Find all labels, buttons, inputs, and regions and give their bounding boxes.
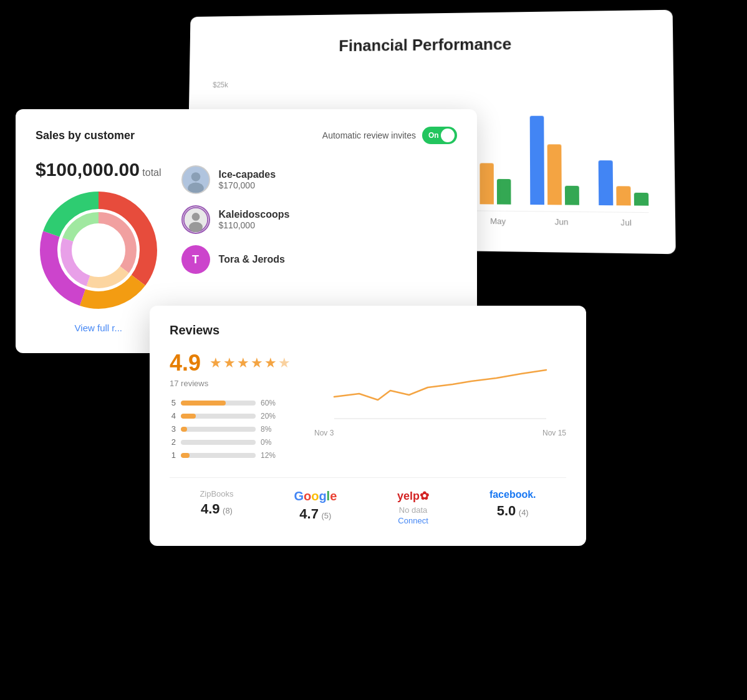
platform-zipbooks: ZipBooks 4.9 (8): [200, 489, 233, 517]
reviews-count: 17 reviews: [170, 379, 294, 388]
customer-name-1: Ice-capades: [219, 169, 276, 180]
total-display: $100,000.00 total: [36, 159, 161, 180]
bar-num-4: 4: [170, 411, 176, 420]
platform-facebook: facebook. 5.0 (4): [489, 489, 536, 519]
sales-card-header: Sales by customer Automatic review invit…: [36, 127, 457, 144]
star-6: ★: [278, 355, 291, 371]
zipbooks-rating: 4.9: [201, 501, 220, 517]
google-rating-row: 4.7 (5): [294, 506, 337, 522]
donut-chart: [36, 188, 161, 313]
auto-review-label: Automatic review invites: [322, 130, 416, 140]
google-count: (5): [321, 511, 331, 520]
total-sub: total: [142, 167, 161, 178]
bar-track-4: [181, 414, 256, 419]
avatar-image-2: [183, 205, 209, 234]
svg-point-14: [191, 213, 200, 221]
customer-name-2: Kaleidoscoops: [219, 209, 290, 220]
customer-item-1: Ice-capades $170,000: [181, 165, 457, 194]
facebook-rating: 5.0: [497, 503, 516, 518]
bar-pct-2: 0%: [261, 438, 278, 447]
zipbooks-rating-row: 4.9 (8): [200, 501, 233, 517]
yelp-logo: yelp✿: [397, 489, 429, 503]
bar-orange-jul: [616, 186, 630, 205]
bar-group-jul: [599, 160, 649, 206]
bar-row-3: 3 8%: [170, 424, 294, 434]
label-may: May: [476, 216, 520, 226]
bar-track-2: [181, 440, 256, 445]
reviews-card: Reviews 4.9 ★ ★ ★ ★ ★ ★ 17 reviews 5 60%: [150, 306, 586, 546]
customer-amount-2: $110,000: [219, 220, 290, 230]
facebook-logo: facebook.: [489, 489, 536, 500]
bar-group-jun: [530, 116, 579, 205]
toggle-label: On: [428, 131, 439, 140]
bar-track-3: [181, 427, 256, 432]
auto-review-toggle-container: Automatic review invites On: [322, 127, 457, 144]
bar-pct-4: 20%: [261, 412, 278, 420]
bar-orange-may: [480, 163, 493, 204]
zipbooks-count: (8): [223, 506, 233, 515]
bar-row-4: 4 20%: [170, 411, 294, 420]
trend-date-end: Nov 15: [542, 429, 566, 437]
avatar-kaleidoscoops: [181, 205, 210, 234]
star-5: ★: [264, 355, 277, 371]
auto-review-toggle[interactable]: On: [422, 127, 457, 144]
yelp-text: yelp: [397, 490, 420, 502]
bar-num-3: 3: [170, 424, 176, 434]
reviews-content: 4.9 ★ ★ ★ ★ ★ ★ 17 reviews 5 60% 4 20: [170, 350, 566, 464]
sales-title: Sales by customer: [36, 129, 135, 142]
total-amount: $100,000.00: [36, 159, 140, 180]
star-2: ★: [223, 355, 236, 371]
google-g: G: [294, 489, 304, 503]
reviews-divider: [170, 477, 566, 478]
label-jun: Jun: [539, 217, 584, 227]
yelp-connect-link[interactable]: Connect: [398, 516, 428, 525]
bar-green-jul: [634, 193, 648, 206]
customer-info-2: Kaleidoscoops $110,000: [219, 209, 290, 230]
svg-point-10: [191, 172, 200, 182]
bar-green-may: [497, 179, 511, 205]
star-1: ★: [210, 355, 222, 371]
bar-fill-5: [181, 401, 226, 406]
google-logo: Google: [294, 489, 337, 503]
facebook-count: (4): [519, 508, 529, 517]
customer-list: Ice-capades $170,000 Kaleidoscoops $110,…: [181, 159, 457, 274]
facebook-rating-row: 5.0 (4): [489, 503, 536, 519]
bar-row-1: 1 12%: [170, 450, 294, 460]
google-rating: 4.7: [299, 506, 319, 522]
bar-num-1: 1: [170, 450, 176, 460]
rating-row: 4.9 ★ ★ ★ ★ ★ ★: [170, 350, 294, 376]
google-o1: o: [304, 489, 311, 503]
platform-google: Google 4.7 (5): [294, 489, 337, 522]
bar-blue-jul: [599, 160, 614, 205]
avatar-ice-capades: [181, 165, 210, 194]
bar-fill-4: [181, 414, 196, 419]
bar-pct-3: 8%: [261, 425, 278, 434]
bar-fill-1: [181, 453, 190, 458]
svg-point-15: [189, 222, 203, 232]
bar-orange-jun: [547, 144, 562, 205]
trend-chart: [314, 350, 566, 425]
bar-fill-3: [181, 427, 187, 432]
donut-area: $100,000.00 total View full r...: [36, 159, 161, 333]
star-4: ★: [251, 355, 263, 371]
star-rating: ★ ★ ★ ★ ★ ★: [210, 355, 291, 371]
view-full-link[interactable]: View full r...: [75, 323, 122, 333]
trend-date-start: Nov 3: [314, 429, 334, 437]
trend-date-labels: Nov 3 Nov 15: [314, 429, 566, 437]
svg-point-8: [77, 228, 120, 272]
svg-point-11: [188, 183, 204, 194]
customer-item-2: Kaleidoscoops $110,000: [181, 205, 457, 234]
bar-track-1: [181, 453, 256, 458]
customer-name-3: Tora & Jerods: [219, 254, 285, 265]
bar-track-5: [181, 401, 256, 406]
platform-yelp: yelp✿ No data Connect: [397, 489, 429, 526]
platform-row: ZipBooks 4.9 (8) Google 4.7 (5) yelp✿ No…: [170, 489, 566, 526]
bar-row-5: 5 60%: [170, 398, 294, 407]
customer-info-1: Ice-capades $170,000: [219, 169, 276, 190]
yelp-dot: ✿: [420, 490, 429, 502]
financial-title: Financial Performance: [213, 33, 647, 57]
google-e: e: [330, 489, 337, 503]
label-jul: Jul: [604, 218, 649, 228]
yelp-no-data: No data: [397, 505, 429, 515]
avatar-initial-3: T: [192, 253, 199, 266]
